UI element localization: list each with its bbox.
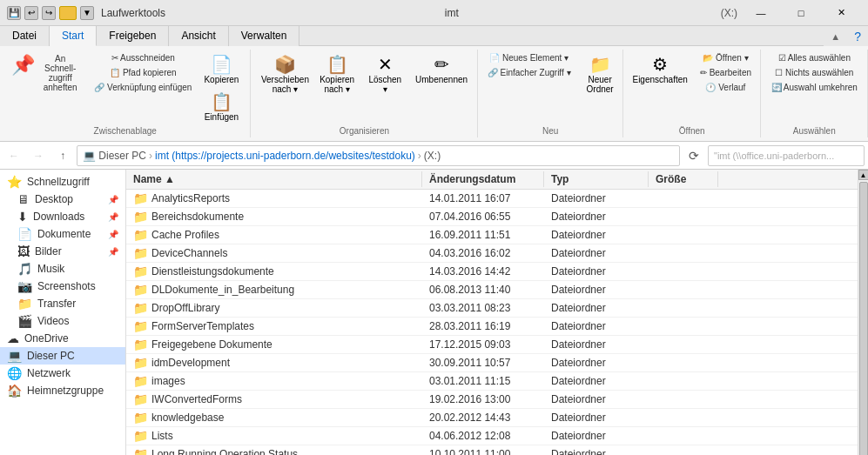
column-header-date[interactable]: Änderungsdatum [422,171,544,187]
ribbon-collapse-btn[interactable]: ▲ [824,26,847,46]
table-row[interactable]: 📁 FormServerTemplates 28.03.2011 16:19 D… [126,318,858,336]
table-row[interactable]: 📁 DeviceChannels 04.03.2016 16:02 Dateio… [126,244,858,263]
table-row[interactable]: 📁 images 03.01.2011 11:15 Dateiordner [126,372,858,391]
table-row[interactable]: 📁 AnalyticsReports 14.01.2011 16:07 Date… [126,190,858,208]
column-header-type[interactable]: Typ [544,171,649,187]
file-size [649,361,718,365]
table-row[interactable]: 📁 knowledgebase 20.02.2012 14:43 Dateior… [126,409,858,427]
undo-icon[interactable]: ↩ [24,6,38,20]
ribbon: Datei Start Freigeben Ansicht Verwalten … [0,26,868,142]
minimize-button[interactable]: — [741,0,781,26]
folder-icon: 📁 [133,301,148,315]
sidebar-item-bilder[interactable]: 🖼 Bilder 📌 [0,243,125,260]
file-name: DLDokumente_in_Bearbeitung [151,284,294,296]
dieser-pc-icon: 💻 [7,349,22,363]
scroll-thumb[interactable] [859,182,868,455]
copy-to-button[interactable]: 📋 Kopierennach ▾ [316,51,358,97]
file-size [649,233,718,237]
column-header-name[interactable]: Name ▲ [126,171,422,187]
forward-button[interactable]: → [28,145,49,166]
ribbon-group-oeffnen: ⚙ Eigenschaften 📂 Öffnen ▾ ✏ Bearbeiten … [623,50,762,137]
delete-button[interactable]: ✕ Löschen ▾ [361,51,408,97]
pin-to-quick-access-button[interactable]: 📌 An Schnell­zugriff anheften [7,51,86,95]
open-button[interactable]: 📂 Öffnen ▾ [696,51,756,64]
sidebar-item-dokumente[interactable]: 📄 Dokumente 📌 [0,225,125,243]
sidebar-item-heimnetzgruppe[interactable]: 🏠 Heimnetzgruppe [0,382,125,399]
copy-path-button[interactable]: 📋 Pfad kopieren [90,66,196,79]
sidebar-label-schnellzugriff: Schnellzugriff [27,176,118,188]
sidebar-item-onedrive[interactable]: ☁ OneDrive [0,330,125,347]
desktop-pin: 📌 [108,195,118,204]
table-row[interactable]: 📁 idmDevelopment 30.09.2011 10:57 Dateio… [126,354,858,372]
sidebar-item-desktop[interactable]: 🖥 Desktop 📌 [0,191,125,208]
new-item-button[interactable]: 📄 Neues Element ▾ [483,51,575,64]
redo-icon[interactable]: ↪ [42,6,56,20]
maximize-button[interactable]: □ [781,0,821,26]
help-button[interactable]: ? [847,26,868,46]
folder-icon: 📁 [133,264,148,278]
move-to-button[interactable]: 📦 Verschiebennach ▾ [258,51,313,97]
sidebar-item-videos[interactable]: 🎬 Videos [0,312,125,330]
scroll-up-button[interactable]: ▲ [858,170,869,180]
search-input[interactable]: "imt (\\office.uni-paderborn... [708,145,865,166]
select-all-button[interactable]: ☑ Alles auswählen [767,51,862,64]
tab-verwalten[interactable]: Verwalten [229,26,300,46]
quick-access-icon[interactable]: 💾 [7,6,21,20]
up-button[interactable]: ↑ [52,145,73,166]
ribbon-group-neu-inner: 📄 Neues Element ▾ 🔗 Einfacher Zugriff ▾ … [483,51,618,124]
refresh-button[interactable]: ⟳ [683,145,704,166]
table-row[interactable]: 📁 Lists 04.06.2012 12:08 Dateiordner [126,427,858,445]
rename-button[interactable]: ✏ Umbenennen [412,51,471,87]
sidebar-item-transfer[interactable]: 📁 Transfer [0,295,125,312]
tab-datei[interactable]: Datei [0,26,50,46]
sidebar-item-schnellzugriff[interactable]: ⭐ Schnellzugriff [0,173,125,191]
window-title: imt [186,7,717,19]
address-bar: ← → ↑ 💻 Dieser PC › imt (https://project… [0,142,868,170]
easy-access-button[interactable]: 🔗 Einfacher Zugriff ▾ [483,66,575,79]
table-row[interactable]: 📁 Freigegebene Dokumente 17.12.2015 09:0… [126,336,858,354]
table-row[interactable]: 📁 Cache Profiles 16.09.2011 11:51 Dateio… [126,226,858,244]
table-row[interactable]: 📁 DropOffLibrary 03.03.2011 08:23 Dateio… [126,299,858,318]
copy-button[interactable]: 📄 Kopieren [199,51,243,87]
table-row[interactable]: 📁 IWConvertedForms 19.02.2016 13:00 Date… [126,391,858,409]
file-size [649,288,718,291]
file-date: 03.01.2011 11:15 [422,373,544,389]
file-list: Name ▲ Änderungsdatum Typ Größe 📁 Analyt… [126,170,858,455]
auswaehlen-label: Auswählen [793,126,836,136]
sidebar-label-screenshots: Screenshots [37,280,118,292]
sidebar-label-netzwerk: Netzwerk [27,367,118,379]
file-date: 04.03.2016 16:02 [422,245,544,261]
address-path[interactable]: 💻 Dieser PC › imt (https://projects.uni-… [77,145,680,166]
sidebar-item-netzwerk[interactable]: 🌐 Netzwerk [0,365,125,382]
file-size [649,416,718,419]
sidebar-item-screenshots[interactable]: 📷 Screenshots [0,278,125,295]
file-size [649,306,718,310]
column-header-size[interactable]: Größe [649,171,718,187]
invert-selection-button[interactable]: 🔄 Auswahl umkehren [767,81,862,94]
folder-icon: 📁 [133,246,148,260]
back-button[interactable]: ← [3,145,24,166]
cut-button[interactable]: ✂ Ausschneiden [90,51,196,64]
close-button[interactable]: ✕ [821,0,861,26]
file-type: Dateiordner [544,282,649,298]
table-row[interactable]: 📁 Bereichsdokumente 07.04.2016 06:55 Dat… [126,208,858,226]
sidebar-item-musik[interactable]: 🎵 Musik [0,260,125,278]
table-row[interactable]: 📁 Dienstleistungsdokumente 14.03.2016 14… [126,263,858,281]
tab-start[interactable]: Start [50,26,97,46]
table-row[interactable]: 📁 Long Running Operation Status 10.10.20… [126,445,858,455]
new-folder-button[interactable]: 📁 NeuerOrdner [582,51,618,97]
tab-freigeben[interactable]: Freigeben [97,26,169,46]
history-button[interactable]: 🕐 Verlauf [696,81,756,94]
scrollbar[interactable]: ▲ ▼ [858,170,868,455]
down-arrow-icon[interactable]: ▼ [80,6,94,20]
sidebar-item-downloads[interactable]: ⬇ Downloads 📌 [0,208,125,225]
properties-button[interactable]: ⚙ Eigenschaften [628,51,691,87]
table-row[interactable]: 📁 DLDokumente_in_Bearbeitung 06.08.2013 … [126,281,858,299]
paste-button[interactable]: 📋 Einfügen [200,89,243,124]
sidebar-item-dieser-pc[interactable]: 💻 Dieser PC [0,347,125,365]
tab-ansicht[interactable]: Ansicht [169,26,228,46]
folder-icon [59,6,77,20]
paste-shortcut-button[interactable]: 🔗 Verknüpfung einfügen [90,81,196,94]
edit-button[interactable]: ✏ Bearbeiten [696,66,756,79]
select-none-button[interactable]: ☐ Nichts auswählen [767,66,862,79]
